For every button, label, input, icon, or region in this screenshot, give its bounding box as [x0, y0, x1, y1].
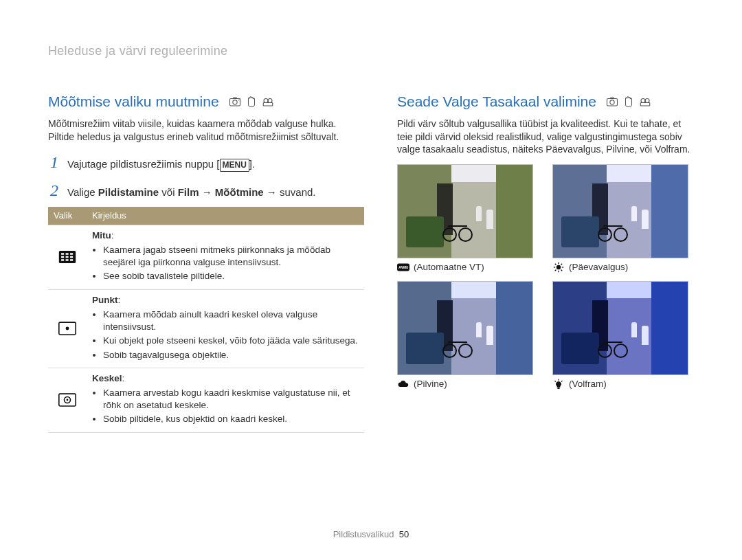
section-title-metering: Mõõtmise valiku muutmine P: [48, 92, 364, 111]
svg-line-36: [561, 270, 563, 271]
opt-mitu-b1: Kaamera jagab stseeni mitmeks piirkonnak…: [103, 244, 359, 269]
svg-rect-6: [263, 103, 273, 107]
step-1-text: Vajutage pildistusrežiimis nuppu [MENU].: [67, 157, 255, 171]
svg-rect-15: [66, 259, 69, 260]
wb-sample-cloudy: (Pilvine): [397, 281, 539, 390]
s2b1: Pildistamine: [98, 186, 159, 198]
svg-text:AWB: AWB: [398, 266, 409, 270]
step1-post: ].: [249, 158, 255, 170]
svg-point-26: [645, 99, 649, 103]
hand-icon: [622, 96, 635, 108]
svg-point-23: [610, 100, 614, 104]
wb-day-label: (Päevavalgus): [569, 261, 628, 273]
camera-p-icon: [606, 96, 618, 108]
footer-section: Pildistusvalikud: [333, 529, 394, 539]
svg-rect-10: [70, 254, 73, 255]
mode-icons: [606, 96, 651, 108]
step-2: 2 Valige Pildistamine või Film → Mõõtmin…: [48, 179, 364, 201]
svg-text:P: P: [238, 99, 240, 102]
opt-punkt-b1: Kaamera mõõdab ainult kaadri keskel olev…: [103, 309, 359, 333]
s2a: Valige: [67, 186, 98, 198]
svg-point-4: [264, 99, 268, 103]
s2b2: Film: [178, 186, 199, 198]
svg-rect-12: [66, 256, 69, 258]
wb-sample-auto: AWB (Automaatne VT): [397, 164, 539, 273]
opt-punkt-b2: Kui objekt pole stseeni keskel, võib fot…: [103, 335, 359, 347]
wb-tungsten-label: (Volfram): [569, 378, 607, 390]
wb-thumb: [552, 164, 688, 258]
metering-multi-icon: [48, 225, 87, 289]
s2b3: Mõõtmine: [215, 186, 264, 198]
svg-line-38: [555, 270, 556, 271]
s2m2: →: [199, 186, 214, 198]
step-2-text: Valige Pildistamine või Film → Mõõtmine …: [67, 186, 316, 199]
camera-p-icon: P: [229, 96, 241, 108]
svg-rect-14: [61, 259, 64, 260]
svg-point-1: [232, 100, 236, 104]
cloud-icon: [397, 379, 409, 390]
svg-rect-24: [610, 98, 614, 99]
svg-line-40: [554, 381, 556, 381]
breadcrumb: Heleduse ja värvi reguleerimine: [48, 43, 694, 59]
svg-point-25: [641, 99, 645, 103]
metering-spot-icon: [48, 289, 87, 368]
table-row: Mitu: Kaamera jagab stseeni mitmeks piir…: [48, 225, 364, 289]
svg-line-35: [555, 264, 556, 265]
awb-icon: AWB: [397, 262, 409, 273]
opt-keskel-b1: Kaamera arvestab kogu kaadri keskmise va…: [103, 387, 359, 412]
svg-line-41: [561, 381, 563, 381]
wb-sample-tungsten: (Volfram): [552, 281, 694, 390]
bulb-icon: [552, 379, 565, 390]
film-icon: [262, 96, 274, 108]
svg-rect-9: [66, 254, 69, 255]
svg-point-5: [268, 99, 272, 103]
step1-pre: Vajutage pildistusrežiimis nuppu [: [67, 158, 220, 170]
page-number: 50: [399, 529, 409, 539]
title-text: Mõõtmise valiku muutmine: [48, 92, 219, 111]
svg-point-30: [556, 265, 561, 269]
svg-rect-42: [557, 388, 559, 389]
wb-thumb: [552, 281, 688, 375]
page-footer: Pildistusvalikud 50: [0, 528, 742, 541]
opt-keskel-name: Keskel: [92, 373, 122, 383]
svg-point-18: [66, 327, 69, 331]
metering-center-icon: [48, 368, 87, 432]
svg-rect-16: [70, 259, 73, 260]
hand-icon: [245, 96, 258, 108]
title-text: Seade Valge Tasakaal valimine: [397, 92, 596, 111]
table-row: Punkt: Kaamera mõõdab ainult kaadri kesk…: [48, 289, 364, 368]
th-icon: Valik: [48, 207, 87, 225]
svg-rect-2: [233, 98, 237, 99]
wb-thumb: [397, 164, 533, 258]
svg-rect-27: [640, 103, 650, 107]
wb-auto-label: (Automaatne VT): [414, 261, 484, 273]
svg-rect-11: [61, 256, 64, 258]
step-1: 1 Vajutage pildistusrežiimis nuppu [MENU…: [48, 151, 364, 173]
wb-sample-daylight: (Päevavalgus): [552, 164, 694, 273]
svg-rect-8: [61, 254, 64, 255]
step-number: 2: [48, 179, 60, 201]
opt-mitu-b2: See sobib tavalistele piltidele.: [103, 270, 359, 282]
opt-punkt-b3: Sobib tagavalgusega objektile.: [103, 349, 359, 361]
menu-badge: MENU: [220, 159, 249, 171]
opt-punkt-name: Punkt: [92, 295, 118, 305]
wb-lead: Pildi värv sõltub valgusallika tüübist j…: [397, 117, 694, 157]
s2m1: või: [159, 186, 178, 198]
opt-keskel-b2: Sobib piltidele, kus objektid on kaadri …: [103, 413, 359, 425]
svg-line-37: [561, 264, 563, 265]
section-title-wb: Seade Valge Tasakaal valimine: [397, 92, 694, 111]
svg-rect-13: [70, 256, 73, 258]
svg-point-21: [67, 399, 69, 401]
metering-lead: Mõõtmisrežiim viitab viisile, kuidas kaa…: [48, 117, 364, 144]
mode-icons: P: [229, 96, 274, 108]
wb-thumb: [397, 281, 533, 375]
table-row: Keskel: Kaamera arvestab kogu kaadri kes…: [48, 368, 364, 432]
opt-mitu-name: Mitu: [92, 230, 111, 240]
wb-cloudy-label: (Pilvine): [414, 378, 447, 390]
s2p: → suvand.: [264, 186, 316, 198]
metering-options-table: Valik Kirjeldus Mitu: Kaamera jagab stse…: [48, 207, 364, 432]
step-number: 1: [48, 151, 60, 173]
th-desc: Kirjeldus: [87, 207, 364, 225]
sun-icon: [552, 262, 565, 273]
film-icon: [639, 96, 651, 108]
